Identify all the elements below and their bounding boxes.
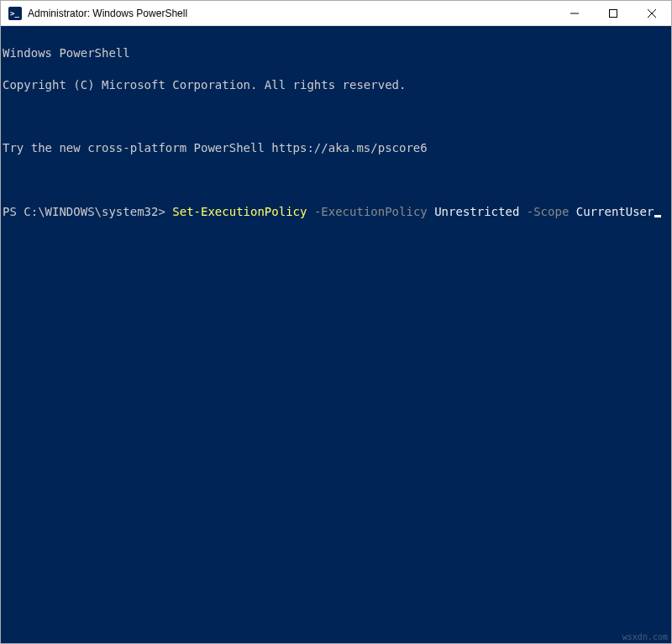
param2-flag: -Scope (519, 205, 575, 218)
window-title: Administrator: Windows PowerShell (28, 8, 555, 19)
banner-line-2: Copyright (C) Microsoft Corporation. All… (3, 77, 669, 93)
prompt-line: PS C:\WINDOWS\system32> Set-ExecutionPol… (3, 204, 669, 220)
param2-value: CurrentUser (576, 205, 654, 218)
minimize-button[interactable] (555, 1, 594, 25)
cmdlet-name: Set-ExecutionPolicy (172, 205, 307, 218)
blank-line (3, 172, 669, 188)
close-button[interactable] (633, 1, 671, 25)
blank-line (3, 108, 669, 124)
minimize-icon (570, 9, 579, 18)
watermark-text: wsxdn.com (622, 633, 668, 641)
svg-rect-1 (610, 9, 617, 17)
titlebar[interactable]: Administrator: Windows PowerShell (1, 1, 671, 26)
app-icon-slot (8, 6, 23, 21)
param1-flag: -ExecutionPolicy (307, 205, 434, 218)
cursor (654, 215, 661, 217)
prompt-text: PS C:\WINDOWS\system32> (3, 205, 172, 218)
window-controls (555, 1, 671, 25)
try-line: Try the new cross-platform PowerShell ht… (3, 140, 669, 156)
terminal-area[interactable]: Windows PowerShell Copyright (C) Microso… (1, 26, 671, 643)
banner-line-1: Windows PowerShell (3, 45, 669, 61)
maximize-icon (609, 9, 617, 18)
powershell-icon (8, 7, 22, 20)
powershell-window: Administrator: Windows PowerShell Window… (0, 0, 672, 644)
close-icon (648, 9, 656, 18)
param1-value: Unrestricted (434, 205, 519, 218)
maximize-button[interactable] (594, 1, 633, 25)
